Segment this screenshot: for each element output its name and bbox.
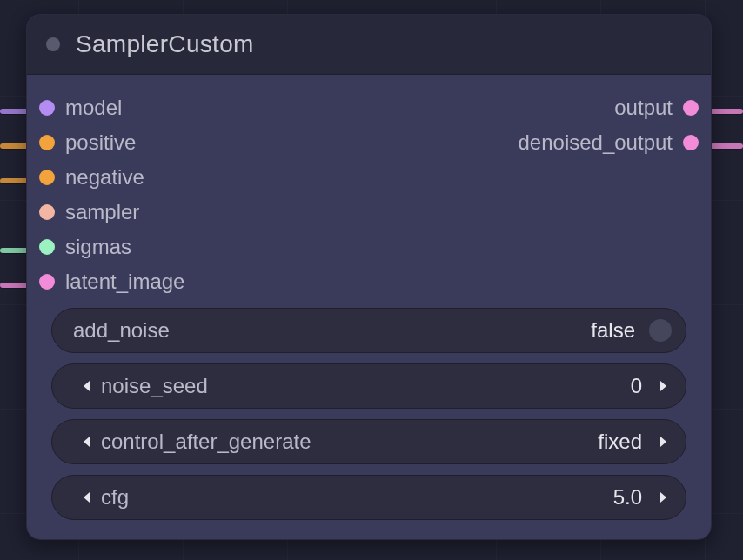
input-label: sigmas: [65, 235, 131, 259]
widget-label: add_noise: [73, 318, 170, 343]
widget-value: 5.0: [613, 485, 649, 510]
chevron-left-icon[interactable]: [73, 435, 101, 449]
node-sampler-custom[interactable]: SamplerCustom model output positive deno…: [26, 14, 712, 540]
input-port-sampler[interactable]: sampler: [39, 195, 139, 230]
output-label: output: [614, 96, 673, 120]
connection-wire[interactable]: [710, 109, 743, 114]
widget-control-after-generate[interactable]: control_after_generate fixed: [51, 419, 686, 464]
input-port-negative[interactable]: negative: [39, 160, 144, 195]
input-port-latent-image[interactable]: latent_image: [39, 264, 184, 299]
input-port-sigmas[interactable]: sigmas: [39, 230, 131, 264]
output-port-denoised-output[interactable]: denoised_output: [519, 125, 699, 160]
input-label: latent_image: [65, 270, 184, 294]
output-port-output[interactable]: output: [614, 90, 699, 125]
socket-icon[interactable]: [39, 204, 55, 220]
node-collapse-dot[interactable]: [46, 37, 60, 51]
output-label: denoised_output: [519, 130, 673, 155]
input-label: sampler: [65, 200, 139, 224]
widget-value: fixed: [598, 430, 649, 454]
socket-icon[interactable]: [39, 135, 55, 150]
socket-icon[interactable]: [683, 100, 699, 116]
input-label: model: [65, 96, 122, 120]
widget-cfg[interactable]: cfg 5.0: [51, 475, 686, 520]
input-port-model[interactable]: model: [39, 90, 122, 125]
widget-label: cfg: [101, 485, 129, 510]
chevron-right-icon[interactable]: [649, 379, 677, 393]
widget-add-noise[interactable]: add_noise false: [51, 308, 686, 353]
socket-icon[interactable]: [683, 135, 699, 150]
input-label: positive: [65, 130, 136, 155]
node-title: SamplerCustom: [76, 30, 254, 58]
socket-icon[interactable]: [39, 100, 55, 116]
input-port-positive[interactable]: positive: [39, 125, 136, 160]
widget-label: noise_seed: [101, 374, 208, 398]
chevron-left-icon[interactable]: [73, 490, 101, 504]
widget-value: 0: [631, 374, 649, 398]
widget-label: control_after_generate: [101, 430, 311, 454]
chevron-right-icon[interactable]: [649, 490, 677, 504]
widget-noise-seed[interactable]: noise_seed 0: [51, 363, 686, 409]
chevron-left-icon[interactable]: [73, 379, 101, 393]
node-header[interactable]: SamplerCustom: [27, 15, 711, 75]
socket-icon[interactable]: [39, 239, 55, 255]
socket-icon[interactable]: [39, 170, 55, 185]
node-body: model output positive denoised_output ne…: [27, 75, 711, 539]
input-label: negative: [65, 165, 144, 190]
connection-wire[interactable]: [710, 143, 743, 149]
toggle-knob-icon[interactable]: [649, 319, 672, 342]
socket-icon[interactable]: [39, 274, 55, 290]
chevron-right-icon[interactable]: [649, 435, 677, 449]
widget-value: false: [591, 318, 642, 343]
